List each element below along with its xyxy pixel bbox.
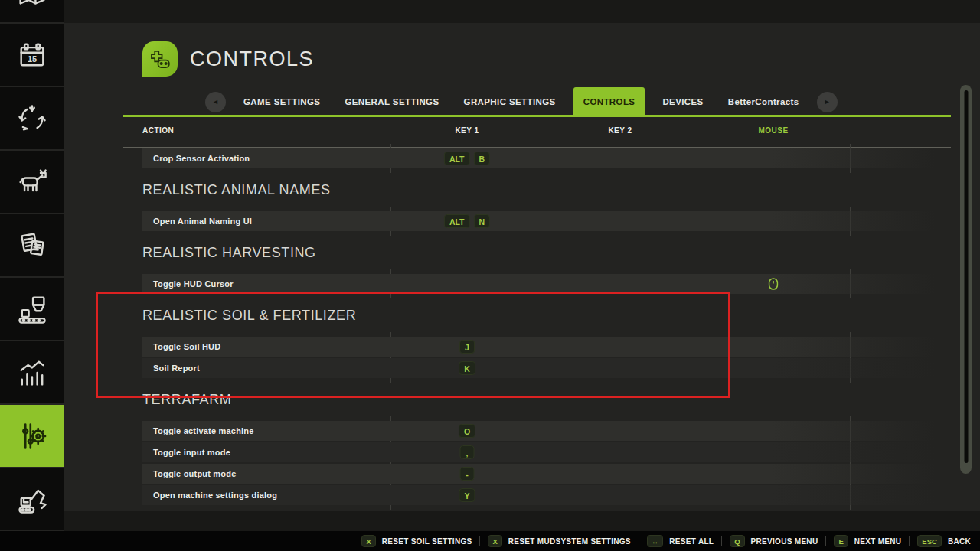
keybind-row[interactable]: Toggle input mode,	[122, 442, 951, 463]
hint-separator	[825, 536, 826, 546]
section-heading-label: REALISTIC ANIMAL NAMES	[142, 182, 331, 198]
hint-reset-all[interactable]: ↔RESET ALL	[647, 535, 714, 547]
controls-settings-screen: 15 CONTROLS ◄GAME SETTINGSGENERAL SETTIN…	[0, 0, 980, 551]
column-header-mouse: MOUSE	[758, 126, 788, 135]
action-label: Toggle HUD Cursor	[153, 279, 234, 289]
section-heading: REALISTIC HARVESTING	[122, 232, 951, 273]
key1-binding[interactable]: -	[460, 467, 475, 481]
sidebar-item-construction[interactable]	[0, 468, 64, 532]
row-stripe	[142, 421, 951, 441]
action-label: Open machine settings dialog	[153, 491, 277, 500]
page-header: CONTROLS	[142, 41, 314, 77]
hint-key-badge: ESC	[917, 535, 942, 547]
action-label: Toggle input mode	[153, 448, 230, 457]
key-badge: ,	[460, 445, 475, 459]
tabs-prev-arrow[interactable]: ◄	[205, 92, 226, 112]
keybind-row[interactable]: Toggle output mode-	[122, 463, 951, 484]
row-stripe	[142, 442, 951, 462]
hint-label: RESET MUDSYSTEM SETTINGS	[508, 537, 631, 546]
key-badge: Y	[459, 488, 475, 502]
hint-label: RESET SOIL SETTINGS	[382, 537, 472, 546]
key1-binding[interactable]: O	[459, 424, 475, 438]
key-badge: -	[460, 467, 475, 481]
tab-game-settings[interactable]: GAME SETTINGS	[237, 87, 327, 116]
tab-controls[interactable]: CONTROLS	[573, 87, 645, 116]
key-badge: ALT	[444, 214, 470, 228]
sidebar-item-production[interactable]	[0, 278, 64, 341]
key-badge: N	[474, 214, 491, 228]
column-header-action: ACTION	[142, 126, 174, 135]
key1-binding[interactable]: ALTB	[444, 152, 490, 165]
sidebar-item-economy-cycle[interactable]	[0, 87, 64, 151]
hint-separator	[909, 536, 910, 546]
hint-key-badge: E	[834, 535, 848, 547]
tab-bettercontracts[interactable]: BetterContracts	[721, 87, 806, 116]
section-rows: Crop Sensor ActivationALTB	[122, 148, 951, 169]
tab-underline	[122, 115, 951, 117]
table-header-row: ACTION KEY 1 KEY 2 MOUSE	[122, 119, 951, 148]
sidebar-item-contracts[interactable]	[0, 214, 64, 278]
hint-reset-mudsystem-settings[interactable]: XRESET MUDSYSTEM SETTINGS	[488, 535, 630, 547]
mouse-binding-icon[interactable]	[769, 278, 779, 290]
sidebar-item-statistics[interactable]	[0, 341, 64, 405]
hint-key-badge: Q	[730, 535, 744, 547]
hint-next-menu[interactable]: ENEXT MENU	[834, 535, 901, 547]
key-badge: B	[474, 152, 491, 165]
hint-key-badge: X	[361, 535, 375, 547]
row-stripe	[142, 464, 951, 484]
action-label: Toggle activate machine	[153, 426, 254, 435]
hint-back[interactable]: ESCBACK	[917, 535, 971, 547]
row-stripe	[142, 148, 951, 168]
hint-reset-soil-settings[interactable]: XRESET SOIL SETTINGS	[361, 535, 472, 547]
hint-label: RESET ALL	[669, 537, 714, 546]
sidebar-item-map[interactable]	[0, 0, 64, 24]
tabs-next-arrow[interactable]: ►	[817, 92, 838, 112]
annotation-highlight-rectangle	[96, 292, 730, 398]
tab-bar: ◄GAME SETTINGSGENERAL SETTINGSGRAPHIC SE…	[205, 87, 838, 116]
tab-graphic-settings[interactable]: GRAPHIC SETTINGS	[457, 87, 563, 116]
vertical-scrollbar[interactable]	[960, 85, 972, 474]
action-label: Open Animal Naming UI	[153, 217, 252, 226]
sidebar: 15	[0, 0, 64, 532]
section-heading-label: REALISTIC HARVESTING	[142, 245, 316, 261]
action-label: Crop Sensor Activation	[153, 154, 250, 163]
hint-label: BACK	[948, 537, 971, 546]
sidebar-item-calendar[interactable]: 15	[0, 24, 64, 87]
key1-binding[interactable]: ,	[460, 445, 475, 459]
hint-label: PREVIOUS MENU	[751, 537, 818, 546]
keybind-row[interactable]: Toggle activate machineO	[122, 420, 951, 442]
active-tab-notch	[63, 428, 64, 445]
section-rows: Toggle activate machineOToggle input mod…	[122, 420, 951, 506]
sidebar-item-settings[interactable]	[0, 405, 64, 468]
hint-separator	[639, 536, 639, 546]
keybind-row[interactable]: Open Animal Naming UIALTN	[122, 210, 951, 232]
page-title: CONTROLS	[190, 47, 314, 71]
key-badge: ALT	[444, 152, 470, 165]
keybind-row[interactable]: Crop Sensor ActivationALTB	[122, 148, 951, 169]
gamepad-icon	[142, 41, 178, 77]
column-header-key1: KEY 1	[455, 126, 479, 135]
hint-separator	[721, 536, 722, 546]
svg-text:15: 15	[27, 54, 36, 63]
bottom-hint-bar: XRESET SOIL SETTINGSXRESET MUDSYSTEM SET…	[0, 531, 980, 551]
hint-key-badge: ↔	[647, 535, 664, 547]
key1-binding[interactable]: ALTN	[444, 214, 490, 228]
key-badge: O	[459, 424, 475, 438]
row-stripe	[142, 211, 951, 231]
tab-devices[interactable]: DEVICES	[655, 87, 710, 116]
hint-separator	[479, 536, 480, 546]
tab-general-settings[interactable]: GENERAL SETTINGS	[338, 87, 446, 116]
hint-label: NEXT MENU	[854, 537, 902, 546]
scrollbar-track-slot	[964, 90, 968, 463]
keybind-row[interactable]: Open machine settings dialogY	[122, 484, 951, 506]
hint-key-badge: X	[488, 535, 501, 547]
action-label: Toggle output mode	[153, 469, 237, 478]
key1-binding[interactable]: Y	[459, 488, 475, 502]
sidebar-item-animals[interactable]	[0, 151, 64, 214]
column-header-key2: KEY 2	[608, 126, 632, 135]
hint-previous-menu[interactable]: QPREVIOUS MENU	[730, 535, 818, 547]
section-heading: REALISTIC ANIMAL NAMES	[122, 169, 951, 210]
section-rows: Open Animal Naming UIALTN	[122, 210, 951, 232]
